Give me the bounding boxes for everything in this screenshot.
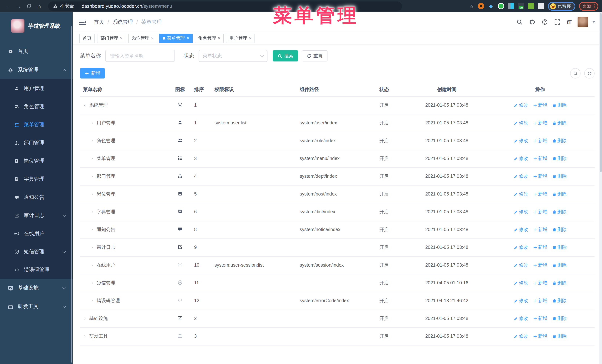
profile-paused-pill[interactable]: 已暂停 <box>548 2 575 10</box>
edit-link[interactable]: 修改 <box>514 227 528 233</box>
extension-android-icon[interactable] <box>528 3 534 9</box>
delete-link[interactable]: 删除 <box>552 298 567 304</box>
sidebar-item-dev-tools[interactable]: 研发工具 <box>0 297 73 316</box>
tag-menu-active[interactable]: 菜单管理 × <box>159 33 193 43</box>
help-icon[interactable] <box>542 19 548 25</box>
delete-link[interactable]: 删除 <box>552 262 567 268</box>
edit-link[interactable]: 修改 <box>514 280 528 286</box>
font-size-icon[interactable]: tT <box>567 19 571 25</box>
extension-check-icon[interactable] <box>498 3 504 9</box>
close-icon[interactable]: × <box>151 36 154 40</box>
expand-row-icon[interactable]: › <box>83 317 87 320</box>
add-child-link[interactable]: 新增 <box>533 333 547 339</box>
edit-link[interactable]: 修改 <box>514 191 528 197</box>
sidebar-scrollbar[interactable] <box>71 26 72 363</box>
sidebar-item-users[interactable]: 用户管理 <box>0 79 73 97</box>
edit-link[interactable]: 修改 <box>514 155 528 162</box>
delete-link[interactable]: 删除 <box>552 315 567 322</box>
expand-row-icon[interactable]: › <box>90 246 94 249</box>
edit-link[interactable]: 修改 <box>514 137 528 144</box>
expand-row-icon[interactable]: › <box>83 334 87 338</box>
search-icon[interactable] <box>516 19 523 25</box>
add-child-link[interactable]: 新增 <box>533 137 547 144</box>
edit-link[interactable]: 修改 <box>514 298 528 304</box>
bookmark-star-icon[interactable]: ☆ <box>469 3 474 9</box>
add-child-link[interactable]: 新增 <box>533 298 547 304</box>
browser-home-icon[interactable]: ⌂ <box>35 2 44 10</box>
breadcrumb-home[interactable]: 首页 <box>94 19 104 25</box>
sidebar-item-notice[interactable]: 通知公告 <box>0 188 73 206</box>
browser-back-icon[interactable]: ← <box>4 2 13 10</box>
expand-row-icon[interactable]: › <box>90 139 94 143</box>
sidebar-item-posts[interactable]: 岗位管理 <box>0 152 73 170</box>
add-child-link[interactable]: 新增 <box>533 262 547 268</box>
sidebar-item-online-users[interactable]: 在线用户 <box>0 224 73 242</box>
edit-link[interactable]: 修改 <box>514 315 528 322</box>
tag-user[interactable]: 用户管理 × <box>226 33 255 43</box>
reset-button[interactable]: 重置 <box>302 50 327 62</box>
security-label[interactable]: 不安全 <box>60 3 74 9</box>
sidebar-item-sms[interactable]: 短信管理 <box>0 242 73 261</box>
extension-columns-icon[interactable] <box>508 3 514 9</box>
scrollbar-thumb[interactable] <box>600 13 602 172</box>
expand-row-icon[interactable]: › <box>90 174 94 178</box>
sidebar-item-dict[interactable]: 字典管理 <box>0 170 73 188</box>
add-child-link[interactable]: 新增 <box>533 173 547 179</box>
github-icon[interactable] <box>529 19 535 25</box>
close-icon[interactable]: × <box>249 36 252 40</box>
delete-link[interactable]: 删除 <box>552 227 567 233</box>
search-button[interactable]: 搜索 <box>273 50 298 62</box>
expand-row-icon[interactable]: › <box>90 228 94 231</box>
sidebar-item-audit-log[interactable]: 审计日志 <box>0 206 73 224</box>
expand-row-icon[interactable]: › <box>90 192 94 196</box>
expand-row-icon[interactable]: › <box>90 263 94 267</box>
breadcrumb-system[interactable]: 系统管理 <box>112 19 133 25</box>
delete-link[interactable]: 删除 <box>552 280 567 286</box>
page-scrollbar[interactable] <box>599 12 602 364</box>
close-icon[interactable]: × <box>120 36 123 40</box>
edit-link[interactable]: 修改 <box>514 244 528 250</box>
tag-role[interactable]: 角色管理 × <box>195 33 224 43</box>
expand-row-icon[interactable]: › <box>90 157 94 160</box>
show-search-toggle-button[interactable] <box>570 68 580 79</box>
tag-dept[interactable]: 部门管理 × <box>97 33 126 43</box>
add-child-link[interactable]: 新增 <box>533 120 547 126</box>
sidebar-item-error-codes[interactable]: 错误码管理 <box>0 261 73 279</box>
sidebar-collapse-icon[interactable] <box>79 20 86 25</box>
status-select[interactable]: 菜单状态 <box>199 50 268 62</box>
delete-link[interactable]: 删除 <box>552 209 567 215</box>
edit-link[interactable]: 修改 <box>514 209 528 215</box>
collapse-row-icon[interactable]: › <box>83 103 87 107</box>
extension-proxy-icon[interactable]: on <box>518 3 524 9</box>
delete-link[interactable]: 删除 <box>552 173 567 179</box>
expand-row-icon[interactable]: › <box>90 281 94 285</box>
menu-name-input[interactable] <box>105 50 175 62</box>
extension-gem-icon[interactable]: ◆ <box>488 3 494 9</box>
expand-row-icon[interactable]: › <box>90 299 94 302</box>
delete-link[interactable]: 删除 <box>552 120 567 126</box>
edit-link[interactable]: 修改 <box>514 333 528 339</box>
add-child-link[interactable]: 新增 <box>533 191 547 197</box>
sidebar-item-home[interactable]: 首页 <box>0 42 73 61</box>
add-child-link[interactable]: 新增 <box>533 209 547 215</box>
delete-link[interactable]: 删除 <box>552 155 567 162</box>
edit-link[interactable]: 修改 <box>514 102 528 108</box>
add-child-link[interactable]: 新增 <box>533 155 547 162</box>
edit-link[interactable]: 修改 <box>514 120 528 126</box>
fullscreen-icon[interactable] <box>554 19 560 25</box>
browser-forward-icon[interactable]: → <box>14 2 23 10</box>
app-logo-row[interactable]: 芋道管理系统 <box>11 19 73 33</box>
kebab-menu-icon[interactable] <box>594 4 595 8</box>
expand-row-icon[interactable]: › <box>90 121 94 125</box>
close-icon[interactable]: × <box>218 36 220 40</box>
expand-row-icon[interactable]: › <box>90 210 94 214</box>
add-child-link[interactable]: 新增 <box>533 315 547 322</box>
tag-home[interactable]: 首页 <box>79 33 95 43</box>
browser-reload-icon[interactable] <box>24 2 33 10</box>
add-child-link[interactable]: 新增 <box>533 280 547 286</box>
tag-post[interactable]: 岗位管理 × <box>128 33 157 43</box>
sidebar-item-menus[interactable]: 菜单管理 <box>0 115 73 134</box>
extension-orange-icon[interactable] <box>478 3 484 9</box>
add-child-link[interactable]: 新增 <box>533 227 547 233</box>
delete-link[interactable]: 删除 <box>552 137 567 144</box>
